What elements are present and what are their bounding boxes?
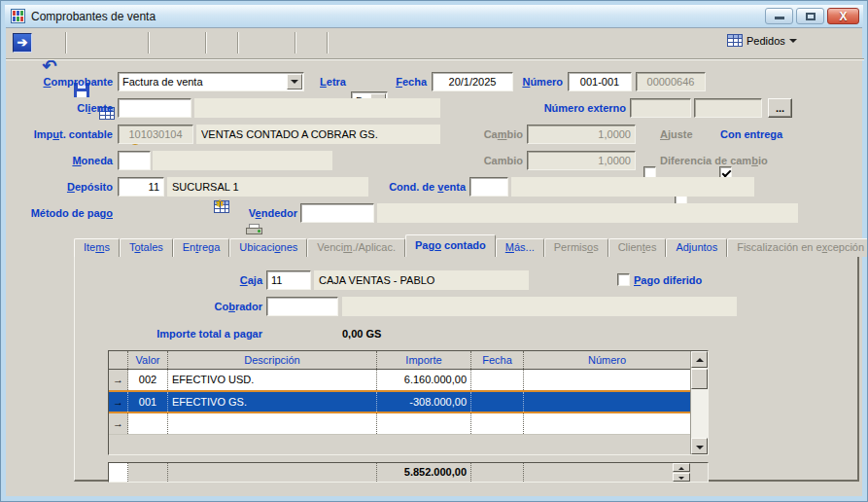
new-grid-button[interactable]: ✱	[210, 195, 233, 218]
cell-valor[interactable]: 002	[128, 370, 168, 390]
maximize-button[interactable]	[796, 8, 824, 24]
table-row[interactable]: → 002 EFECTIVO USD. 6.160.000,00	[109, 370, 708, 391]
total-spinner[interactable]	[673, 463, 690, 482]
cell-importe[interactable]: 6.160.000,00	[377, 370, 471, 390]
table-row[interactable]: →	[109, 413, 708, 435]
grid-header-marker	[109, 351, 128, 369]
cell-descripcion[interactable]: EFECTIVO USD.	[168, 370, 377, 390]
arrow-down-icon	[696, 446, 704, 453]
cell-fecha[interactable]	[471, 413, 524, 434]
arrow-up-icon	[696, 354, 704, 362]
grid-scrollbar[interactable]	[690, 351, 708, 454]
payments-grid: Valor Descripción Importe Fecha Número →…	[108, 350, 709, 455]
grid-header-importe[interactable]: Importe	[377, 351, 471, 369]
cambio-input	[527, 125, 636, 144]
scroll-down-button[interactable]	[691, 438, 708, 454]
cobrador-input[interactable]	[266, 297, 338, 316]
numero-externo-more-button[interactable]: ...	[768, 98, 792, 118]
letra-label: Letra	[297, 72, 346, 91]
vendedor-input[interactable]	[300, 203, 374, 223]
tab-entrega[interactable]: Entrega	[173, 238, 230, 257]
imput-contable-desc-field: VENTAS CONTADO A COBRAR GS.	[196, 125, 440, 144]
spinner-down-button[interactable]	[673, 473, 690, 482]
vendedor-label: Vendedor	[237, 203, 297, 223]
grid-header-valor[interactable]: Valor	[128, 351, 168, 369]
cobrador-label: Cobrador	[119, 297, 262, 316]
deposito-desc-field: SUCURSAL 1	[167, 177, 368, 197]
cell-descripcion[interactable]: EFECTIVO GS.	[168, 392, 377, 412]
total-fecha-cell	[471, 463, 524, 482]
cell-fecha[interactable]	[471, 392, 524, 412]
pedidos-button[interactable]: Pedidos	[723, 32, 801, 49]
importe-total-label: Importe total a pagar	[114, 324, 262, 343]
toolbar: ➔ ↶ ✱ ? O FACTURA CONTADO	[6, 28, 864, 58]
numero-externo-label: Número externo	[519, 98, 626, 118]
comprobante-combobox[interactable]: Factura de venta	[118, 72, 304, 91]
pedidos-label: Pedidos	[746, 35, 785, 47]
grid-header-numero[interactable]: Número	[524, 351, 690, 369]
toolbar-separator	[237, 32, 239, 54]
row-marker-icon: →	[109, 392, 128, 412]
comprobante-value: Factura de venta	[122, 73, 286, 90]
row-marker-icon: →	[109, 370, 128, 390]
cell-descripcion[interactable]	[168, 413, 377, 434]
minimize-icon	[775, 17, 784, 19]
moneda-label: Moneda	[6, 151, 113, 170]
cell-valor[interactable]: 001	[128, 392, 168, 412]
caja-desc-field: CAJA VENTAS - PABLO	[314, 270, 529, 290]
spinner-up-button[interactable]	[673, 463, 690, 472]
titlebar: Comprobantes de venta X	[5, 5, 863, 27]
tab-totales[interactable]: Totales	[120, 238, 173, 257]
cell-numero[interactable]	[524, 413, 690, 434]
cell-importe[interactable]: -308.000,00	[377, 392, 471, 412]
close-button[interactable]: X	[827, 8, 859, 24]
cond-venta-desc-field	[511, 177, 754, 197]
grid-header-fecha[interactable]: Fecha	[471, 351, 524, 369]
toolbar-separator	[327, 32, 329, 54]
cambio2-input	[527, 151, 636, 170]
cond-venta-input[interactable]	[469, 177, 508, 197]
cell-valor[interactable]	[128, 413, 168, 434]
tab-pago-contado[interactable]: Pago contado	[405, 234, 496, 257]
ajuste-label: Ajuste	[660, 125, 701, 144]
scroll-up-button[interactable]	[691, 351, 708, 368]
deposito-input[interactable]	[118, 177, 164, 197]
chevron-down-icon	[789, 39, 797, 47]
close-icon: X	[828, 9, 858, 23]
go-button[interactable]: ➔	[11, 31, 34, 54]
new-grid-icon: ✱	[214, 200, 229, 213]
tab-items[interactable]: Items	[74, 238, 120, 257]
grid-header-row: Valor Descripción Importe Fecha Número	[109, 351, 708, 370]
importe-total-value: 0,00 GS	[342, 324, 381, 343]
tab-fiscalizacion[interactable]: Fiscalización en excepción	[727, 238, 868, 257]
cliente-input[interactable]	[118, 98, 191, 118]
minimize-button[interactable]	[765, 8, 793, 24]
numero-label: Número	[517, 72, 563, 91]
tab-adjuntos[interactable]: Adjuntos	[666, 238, 727, 257]
imput-contable-code-input	[118, 125, 193, 144]
app-window: Comprobantes de venta X ➔ ↶ ✱ ?	[0, 0, 868, 502]
tab-permisos[interactable]: Permisos	[544, 238, 608, 257]
toolbar-separator	[65, 32, 67, 54]
cell-fecha[interactable]	[471, 370, 524, 390]
toolbar-separator	[205, 32, 207, 54]
caja-input[interactable]	[266, 270, 311, 290]
numero-input[interactable]	[568, 72, 632, 91]
scrollbar-thumb[interactable]	[691, 369, 708, 389]
tab-clientes[interactable]: Clientes	[608, 238, 667, 257]
tab-vencim-aplicac[interactable]: Vencim./Aplicac.	[307, 238, 405, 257]
vendedor-desc-field	[377, 203, 798, 223]
cliente-desc-field	[194, 98, 440, 118]
pago-diferido-checkbox[interactable]	[617, 273, 630, 286]
moneda-input[interactable]	[118, 151, 151, 170]
grid-header-descripcion[interactable]: Descripción	[168, 351, 377, 369]
cell-importe[interactable]	[377, 413, 471, 434]
tab-ubicaciones[interactable]: Ubicaciones	[229, 238, 307, 257]
client-area: ➔ ↶ ✱ ? O FACTURA CONTADO	[6, 27, 862, 496]
cell-numero[interactable]	[524, 392, 690, 412]
fecha-input[interactable]	[432, 72, 513, 91]
cell-numero[interactable]	[524, 370, 690, 390]
cambio2-label: Cambio	[448, 151, 523, 170]
tab-mas[interactable]: Más...	[496, 238, 544, 257]
table-row[interactable]: → 001 EFECTIVO GS. -308.000,00	[109, 390, 708, 413]
